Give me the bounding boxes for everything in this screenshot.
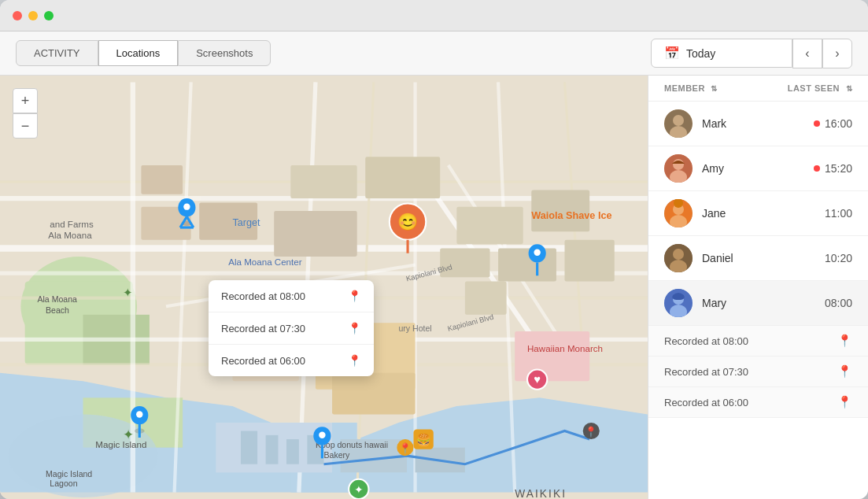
next-date-button[interactable]: › xyxy=(822,39,852,68)
app-window: ACTIVITY Locations Screenshots 📅 Today ‹… xyxy=(0,0,868,499)
svg-rect-41 xyxy=(515,331,589,381)
sub-location-pin-3: 📍 xyxy=(837,395,852,409)
zoom-out-button[interactable]: − xyxy=(13,113,38,139)
svg-rect-36 xyxy=(564,240,614,282)
popup-row-2: Recorded at 07:30 📍 xyxy=(209,312,374,345)
popup-pin-icon-3: 📍 xyxy=(348,354,361,367)
svg-text:📍: 📍 xyxy=(585,426,597,438)
svg-rect-30 xyxy=(456,207,523,244)
svg-text:Ala Moana Center: Ala Moana Center xyxy=(228,257,302,267)
member-time-jane: 11:00 xyxy=(825,207,852,220)
title-bar xyxy=(0,0,868,31)
popup-pin-icon-1: 📍 xyxy=(348,290,361,302)
toolbar-right: 📅 Today ‹ › xyxy=(651,39,852,68)
svg-point-109 xyxy=(673,249,684,260)
sub-location-row-1[interactable]: Recorded at 08:00 📍 xyxy=(648,326,868,357)
svg-text:Magic Island: Magic Island xyxy=(95,439,146,449)
svg-text:📍: 📍 xyxy=(399,442,412,455)
sub-location-pin-1: 📍 xyxy=(837,334,852,348)
member-list: Mark 16:00 Amy 15:20 xyxy=(648,102,868,499)
svg-rect-37 xyxy=(465,282,507,315)
member-time-mary: 08:00 xyxy=(825,297,852,309)
member-time-daniel: 10:20 xyxy=(825,252,852,264)
avatar-amy xyxy=(664,154,693,183)
sub-location-row-3[interactable]: Recorded at 06:00 📍 xyxy=(648,387,868,418)
svg-rect-33 xyxy=(290,165,356,198)
svg-text:✦: ✦ xyxy=(123,286,133,299)
member-name-mary: Mary xyxy=(702,297,825,309)
svg-rect-43 xyxy=(241,431,257,464)
svg-rect-28 xyxy=(141,165,183,194)
svg-text:😊: 😊 xyxy=(397,212,419,232)
member-sort-icon[interactable]: ⇅ xyxy=(711,84,718,93)
member-row-mary[interactable]: Mary 08:00 xyxy=(648,281,868,326)
sub-location-label-1: Recorded at 08:00 xyxy=(664,335,837,347)
tab-screenshots[interactable]: Screenshots xyxy=(178,40,271,66)
sub-location-label-2: Recorded at 07:30 xyxy=(664,366,837,378)
svg-text:Lagoon: Lagoon xyxy=(50,479,77,488)
lastseen-sort-icon[interactable]: ⇅ xyxy=(846,84,853,93)
member-time-mark: 16:00 xyxy=(814,117,852,130)
map-area: and Farms Ala Moana Target Ala Moana Cen… xyxy=(0,76,648,499)
member-name-daniel: Daniel xyxy=(702,252,825,264)
sub-location-label-3: Recorded at 06:00 xyxy=(664,397,837,408)
svg-text:✦: ✦ xyxy=(123,427,134,442)
svg-text:✦: ✦ xyxy=(354,484,364,496)
popup-label-2: Recorded at 07:30 xyxy=(221,323,305,335)
map-popup: Recorded at 08:00 📍 Recorded at 07:30 📍 … xyxy=(209,280,374,376)
popup-pin-icon-2: 📍 xyxy=(348,322,361,335)
svg-text:WAIKIKI: WAIKIKI xyxy=(515,488,567,499)
member-name-amy: Amy xyxy=(702,162,814,175)
svg-text:🍔: 🍔 xyxy=(416,433,431,447)
prev-date-button[interactable]: ‹ xyxy=(792,39,822,68)
map-controls: + − xyxy=(13,88,38,139)
sub-location-row-2[interactable]: Recorded at 07:30 📍 xyxy=(648,357,868,387)
svg-point-99 xyxy=(673,115,684,126)
calendar-icon: 📅 xyxy=(664,46,680,61)
date-label: Today xyxy=(686,47,715,60)
member-row-jane[interactable]: Jane 11:00 xyxy=(648,191,868,236)
tab-locations[interactable]: Locations xyxy=(98,40,179,66)
minimize-button[interactable] xyxy=(28,11,38,20)
popup-row-3: Recorded at 06:00 📍 xyxy=(209,345,374,376)
svg-point-77 xyxy=(319,432,325,438)
svg-text:Ala Moana: Ala Moana xyxy=(48,230,92,240)
member-row-daniel[interactable]: Daniel 10:20 xyxy=(648,236,868,281)
zoom-in-button[interactable]: + xyxy=(13,88,38,113)
panel-header: MEMBER ⇅ LAST SEEN ⇅ xyxy=(648,76,868,102)
popup-label-3: Recorded at 06:00 xyxy=(221,355,305,367)
avatar-mark xyxy=(664,109,693,138)
svg-rect-34 xyxy=(365,157,440,198)
online-indicator-mark xyxy=(814,120,820,127)
close-button[interactable] xyxy=(13,11,22,20)
svg-rect-45 xyxy=(286,439,299,464)
member-row-mark[interactable]: Mark 16:00 xyxy=(648,102,868,146)
online-indicator-amy xyxy=(814,165,820,172)
member-time-amy: 15:20 xyxy=(814,162,852,175)
svg-text:and Farms: and Farms xyxy=(50,219,94,229)
popup-label-1: Recorded at 08:00 xyxy=(221,290,305,302)
maximize-button[interactable] xyxy=(44,11,54,20)
member-name-mark: Mark xyxy=(702,117,814,130)
svg-point-75 xyxy=(136,411,142,417)
tab-bar: ACTIVITY Locations Screenshots xyxy=(16,40,271,66)
member-row-amy[interactable]: Amy 15:20 xyxy=(648,146,868,191)
member-name-jane: Jane xyxy=(702,207,825,220)
svg-text:Waiola Shave Ice: Waiola Shave Ice xyxy=(531,210,611,221)
avatar-mary xyxy=(664,289,693,317)
member-column-header: MEMBER ⇅ xyxy=(664,83,788,93)
svg-text:ury Hotel: ury Hotel xyxy=(398,323,431,333)
avatar-daniel xyxy=(664,244,693,272)
svg-rect-40 xyxy=(332,373,416,415)
popup-row-1: Recorded at 08:00 📍 xyxy=(209,280,374,312)
tab-activity[interactable]: ACTIVITY xyxy=(16,40,98,66)
svg-rect-44 xyxy=(266,435,279,464)
main-content: and Farms Ala Moana Target Ala Moana Cen… xyxy=(0,76,868,499)
svg-text:Ala Moana: Ala Moana xyxy=(37,294,77,304)
date-picker[interactable]: 📅 Today xyxy=(651,39,792,68)
svg-point-79 xyxy=(534,249,540,255)
svg-text:Magic Island: Magic Island xyxy=(46,469,92,479)
right-panel: MEMBER ⇅ LAST SEEN ⇅ Mark 16: xyxy=(648,76,868,499)
svg-text:♥: ♥ xyxy=(534,373,541,386)
toolbar: ACTIVITY Locations Screenshots 📅 Today ‹… xyxy=(0,31,868,76)
